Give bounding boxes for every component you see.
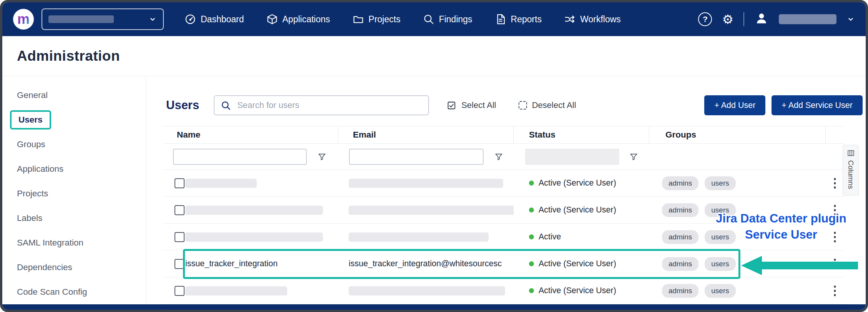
group-badge: users	[705, 176, 735, 190]
main-menu: Dashboard Applications Projects Findings…	[185, 13, 621, 25]
row-checkbox-cell	[163, 286, 185, 296]
row-actions-cell: ⋮	[826, 205, 844, 215]
sidebar-item-labels[interactable]: Labels	[2, 206, 146, 231]
table-row-issue-tracker-integration: issue_tracker_integration issue_tracker_…	[163, 251, 844, 277]
app-window: m Dashboard Applications Projects Findin…	[0, 0, 868, 312]
nav-divider	[743, 12, 744, 26]
sidebar-item-groups[interactable]: Groups	[2, 132, 146, 157]
sidebar-item-saml-integration[interactable]: SAML Integration	[2, 231, 146, 255]
user-avatar-icon[interactable]	[754, 11, 769, 27]
name-filter-cell	[163, 144, 338, 169]
row-menu-icon[interactable]: ⋮	[829, 259, 841, 269]
search-input[interactable]	[236, 100, 422, 111]
row-menu-icon[interactable]: ⋮	[829, 232, 841, 242]
row-checkbox[interactable]	[175, 259, 185, 269]
status-text: Active (Service User)	[539, 178, 616, 188]
filter-funnel-icon[interactable]	[318, 152, 326, 161]
nav-item-reports[interactable]: Reports	[495, 13, 542, 25]
name-cell	[185, 232, 338, 242]
nav-item-projects[interactable]: Projects	[353, 13, 401, 25]
mend-logo[interactable]: m	[13, 9, 34, 30]
name-filter-input[interactable]	[173, 149, 307, 165]
row-checkbox[interactable]	[175, 232, 185, 242]
search-icon	[221, 100, 231, 111]
row-checkbox-cell	[163, 259, 185, 269]
table-row: Active (Service User) admins users ⋮	[163, 170, 844, 197]
nav-item-findings[interactable]: Findings	[423, 13, 472, 25]
row-menu-icon[interactable]: ⋮	[829, 205, 841, 215]
sidebar-label: Code Scan Config	[17, 287, 87, 297]
name-redacted	[185, 286, 287, 295]
mend-logo-letter: m	[17, 12, 30, 26]
email-redacted	[349, 286, 505, 295]
sidebar-item-projects[interactable]: Projects	[2, 181, 146, 206]
groups-cell: admins users	[649, 257, 826, 271]
add-user-button[interactable]: + Add User	[704, 95, 765, 115]
sidebar-label: Labels	[17, 213, 42, 223]
sidebar-label-selected: Users	[10, 110, 51, 129]
status-active-dot	[529, 288, 534, 293]
table-row: Active (Service User) admins users ⋮	[163, 197, 844, 224]
row-menu-icon[interactable]: ⋮	[829, 286, 841, 296]
nav-label: Projects	[369, 14, 401, 25]
nav-item-dashboard[interactable]: Dashboard	[185, 13, 244, 25]
actions-filter-cell	[826, 144, 844, 169]
sidebar-item-dependencies[interactable]: Dependencies	[2, 255, 146, 280]
status-cell: Active	[514, 232, 649, 242]
page-body: General Users Groups Applications Projec…	[2, 76, 866, 304]
row-actions-cell: ⋮	[826, 286, 844, 296]
filter-funnel-icon[interactable]	[494, 152, 503, 161]
sidebar-item-applications[interactable]: Applications	[2, 157, 146, 181]
row-checkbox[interactable]	[175, 178, 185, 188]
status-text: Active (Service User)	[539, 259, 616, 269]
email-redacted	[349, 206, 514, 215]
status-active-dot	[529, 234, 534, 239]
status-filter-input[interactable]	[525, 149, 619, 165]
group-badge: admins	[662, 257, 698, 271]
columns-tab-label: Columns	[846, 160, 855, 189]
select-all-button[interactable]: Select All	[447, 100, 496, 110]
table-row: Active admins users ⋮	[163, 224, 844, 251]
columns-panel-tab[interactable]: Columns	[843, 145, 859, 196]
organization-selector[interactable]	[42, 8, 164, 30]
users-table: Name Email Status Groups	[163, 126, 844, 304]
table-header-row: Name Email Status Groups	[163, 126, 844, 144]
column-header-email: Email	[338, 126, 514, 143]
groups-filter-cell	[649, 144, 826, 169]
row-actions-cell: ⋮	[826, 232, 844, 242]
nav-item-workflows[interactable]: Workflows	[564, 13, 621, 25]
name-cell	[185, 286, 338, 295]
add-service-user-button[interactable]: + Add Service User	[772, 95, 863, 115]
row-checkbox[interactable]	[175, 286, 185, 296]
deselect-all-button[interactable]: Deselect All	[519, 100, 576, 110]
nav-label: Applications	[283, 14, 330, 25]
status-filter-cell	[514, 144, 649, 169]
chevron-down-icon[interactable]	[846, 15, 855, 23]
group-badge: admins	[662, 230, 698, 244]
email-filter-input[interactable]	[349, 149, 484, 165]
search-icon	[423, 13, 434, 25]
filter-funnel-icon[interactable]	[629, 152, 638, 161]
help-icon[interactable]: ?	[698, 12, 712, 26]
cube-icon	[266, 13, 278, 25]
dashboard-icon	[185, 13, 196, 25]
group-badge: users	[705, 230, 735, 244]
row-actions-cell: ⋮	[826, 259, 844, 269]
sidebar-item-general[interactable]: General	[2, 83, 146, 108]
sidebar-item-users[interactable]: Users	[2, 108, 146, 132]
email-cell	[338, 206, 514, 215]
groups-cell: admins users	[649, 203, 826, 217]
group-badge: users	[705, 257, 735, 271]
groups-cell: admins users	[649, 230, 826, 244]
row-checkbox[interactable]	[175, 205, 185, 215]
sidebar-label: Applications	[17, 164, 63, 174]
sidebar-item-code-scan-config[interactable]: Code Scan Config	[2, 280, 146, 304]
nav-item-applications[interactable]: Applications	[266, 13, 330, 25]
name-redacted	[185, 179, 257, 188]
row-menu-icon[interactable]: ⋮	[829, 178, 841, 188]
chevron-down-icon	[148, 15, 157, 23]
gear-icon[interactable]: ⚙	[722, 13, 733, 26]
row-checkbox-cell	[163, 178, 185, 188]
sidebar-label: General	[17, 90, 48, 100]
status-cell: Active (Service User)	[514, 259, 649, 269]
